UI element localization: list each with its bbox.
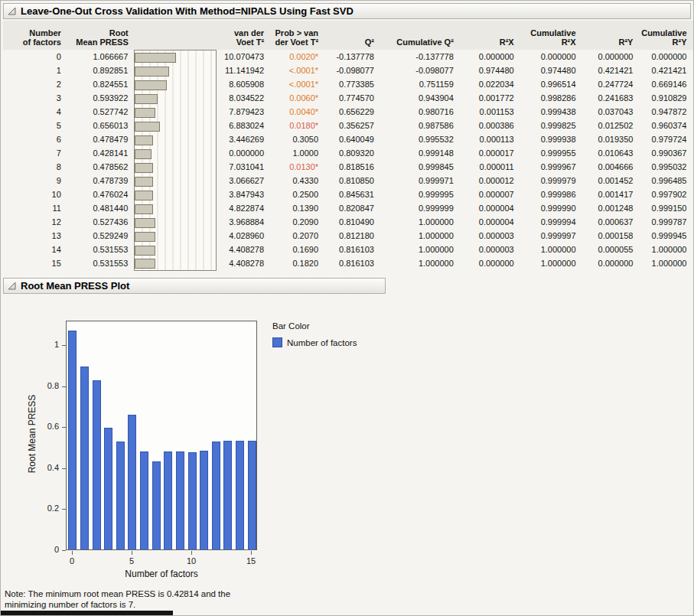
chart-bar[interactable] — [140, 451, 148, 549]
chart-bar[interactable] — [93, 380, 101, 549]
cell-n: 9 — [3, 174, 67, 187]
col-header-cumulative-r2x: CumulativeR²X — [520, 21, 582, 50]
cell-cq2: 1.000000 — [380, 243, 460, 256]
cell-n: 8 — [3, 160, 67, 174]
press-bar — [135, 163, 153, 173]
table-row: 110.4814404.8228740.13900.8208470.999999… — [3, 201, 693, 215]
cell-prob: 0.0040* — [270, 105, 324, 119]
press-bar — [135, 80, 166, 90]
cell-cr2x: 0.999825 — [520, 119, 582, 132]
cell-cq2: 0.987586 — [380, 119, 460, 132]
cell-q2: 0.816103 — [324, 256, 380, 270]
cell-q2: -0.098077 — [324, 64, 380, 77]
cell-n: 0 — [3, 50, 67, 64]
cell-cr2y: 0.990367 — [639, 146, 692, 160]
section-title: Root Mean PRESS Plot — [21, 280, 129, 292]
chart-bar[interactable] — [248, 441, 256, 549]
cell-rmp: 0.531553 — [67, 256, 135, 270]
table-row: 90.4787393.0666270.43300.8108500.9999710… — [3, 174, 693, 187]
press-bar-cell — [135, 64, 216, 77]
chart-bar[interactable] — [200, 451, 208, 549]
y-tick-label: 1 — [36, 340, 59, 349]
chart-bar[interactable] — [152, 461, 161, 549]
chart-bar[interactable] — [68, 331, 77, 549]
cell-cr2x: 0.999438 — [520, 105, 582, 119]
col-header-prob-van-der-voet: Prob > vander Voet T² — [270, 21, 324, 50]
chart-plot-area — [66, 321, 257, 550]
press-bar-cell — [135, 119, 216, 132]
chart-bar[interactable] — [80, 367, 89, 549]
cell-cr2y: 0.995032 — [639, 160, 692, 174]
chart-bar[interactable] — [128, 415, 136, 549]
table-row: 30.5939228.0345220.0060*0.7745700.943904… — [3, 91, 693, 105]
cell-prob: 0.0020* — [270, 50, 324, 64]
chart-bar[interactable] — [236, 441, 244, 549]
x-tick-label: 0 — [63, 556, 81, 565]
col-header-cumulative-r2y: CumulativeR²Y — [639, 21, 692, 50]
disclosure-triangle-icon[interactable] — [8, 282, 16, 290]
cell-cr2x: 0.999938 — [520, 132, 582, 146]
cell-cq2: 0.980716 — [380, 105, 460, 119]
chart-bar[interactable] — [116, 442, 125, 549]
chart-bar[interactable] — [212, 442, 220, 549]
disclosure-triangle-icon[interactable] — [8, 7, 16, 15]
cell-r2x: 0.000017 — [460, 146, 520, 160]
cell-q2: 0.774570 — [324, 91, 380, 105]
press-bar — [135, 246, 155, 256]
table-row: 100.4760243.8479430.25000.8456310.999995… — [3, 187, 693, 201]
press-bar — [135, 191, 153, 200]
press-bar — [135, 204, 153, 214]
press-bar-cell — [135, 243, 216, 256]
cell-cr2y: 0.999945 — [639, 229, 692, 243]
cell-cq2: -0.137778 — [380, 50, 460, 64]
cell-prob: 0.0130* — [270, 160, 324, 174]
cell-t2: 4.028960 — [216, 229, 270, 243]
x-tick-label: 15 — [242, 556, 260, 565]
cell-cr2y: 0.996485 — [639, 174, 692, 187]
cell-r2x: 0.000386 — [460, 119, 520, 132]
legend-item-label: Number of factors — [287, 338, 357, 347]
chart-bar[interactable] — [188, 452, 197, 550]
cell-rmp: 0.476024 — [67, 187, 135, 201]
table-row: 150.5315534.4082780.18200.8161031.000000… — [3, 256, 693, 270]
footnote-line: minimizing number of factors is 7. — [5, 599, 230, 610]
table-row: 130.5292494.0289600.20700.8121801.000000… — [3, 229, 693, 243]
cell-t2: 4.408278 — [216, 243, 270, 256]
cell-cr2x: 1.000000 — [520, 243, 582, 256]
press-bar-cell — [135, 215, 216, 229]
outline-header-press-plot[interactable]: Root Mean PRESS Plot — [3, 278, 386, 294]
col-header-cumulative-q2: Cumulative Q² — [380, 21, 460, 50]
cell-t2: 4.408278 — [216, 256, 270, 270]
cell-r2y: 0.421421 — [582, 64, 640, 77]
table-row: 60.4784793.4462690.30500.6400490.9955320… — [3, 132, 693, 146]
cell-r2y: 0.004666 — [582, 160, 640, 174]
cell-rmp: 0.428141 — [67, 146, 135, 160]
cell-cq2: 1.000000 — [380, 229, 460, 243]
cell-q2: 0.356257 — [324, 119, 380, 132]
outline-header-cross-validation[interactable]: Leave-One-Out Cross Validation With Meth… — [3, 3, 691, 19]
chart-bar[interactable] — [104, 428, 112, 549]
cell-r2x: 0.022034 — [460, 77, 520, 91]
x-axis-title: Number of factors — [66, 569, 257, 579]
table-row: 20.8245518.605908<.0001*0.7733850.751159… — [3, 77, 693, 91]
cell-cq2: 1.000000 — [380, 256, 460, 270]
press-bar-cell — [135, 201, 216, 215]
legend-item[interactable]: Number of factors — [272, 337, 357, 347]
cell-q2: 0.810490 — [324, 215, 380, 229]
window-bottom-edge — [1, 611, 173, 616]
chart-bar[interactable] — [176, 451, 184, 549]
chart-bar[interactable] — [164, 451, 172, 549]
cell-cq2: 1.000000 — [380, 215, 460, 229]
chart-bar[interactable] — [223, 441, 232, 549]
cell-cq2: 0.999971 — [380, 174, 460, 187]
cell-n: 3 — [3, 91, 67, 105]
cell-cr2y: 0.999150 — [639, 201, 692, 215]
cell-cr2y: 0.979724 — [639, 132, 692, 146]
cell-cr2x: 0.974480 — [520, 64, 582, 77]
cell-rmp: 0.481440 — [67, 201, 135, 215]
cell-q2: 0.816103 — [324, 243, 380, 256]
cell-n: 2 — [3, 77, 67, 91]
cell-prob: 0.0180* — [270, 119, 324, 132]
cell-q2: 0.820847 — [324, 201, 380, 215]
cell-cr2y: 0.947872 — [639, 105, 692, 119]
